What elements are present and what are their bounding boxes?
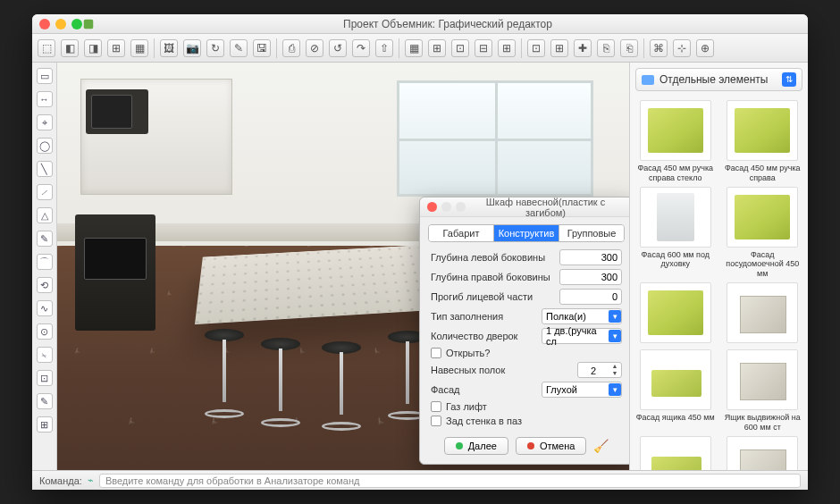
chevron-down-icon: ▾: [609, 383, 621, 396]
library-item[interactable]: Фасад 450 мм ручка справа стекло: [634, 100, 718, 183]
chevron-down-icon: ▾: [609, 330, 621, 342]
tool-button[interactable]: ⍀: [37, 347, 53, 363]
toolbar-button[interactable]: ▦: [130, 39, 148, 57]
library-grid: Фасад 450 мм ручка справа стеклоФасад 45…: [630, 97, 808, 470]
facade-select[interactable]: Глухой▾: [542, 382, 622, 398]
library-item[interactable]: [721, 282, 805, 346]
terminal-icon: ⌁: [88, 475, 94, 486]
minimize-icon[interactable]: [55, 19, 66, 29]
tool-button[interactable]: ⟲: [37, 277, 53, 293]
toolbar-button[interactable]: ⊡: [451, 39, 469, 57]
popup-zoom-icon: [456, 202, 466, 212]
toolbar-button[interactable]: ▦: [405, 39, 423, 57]
tool-button[interactable]: ✎: [37, 231, 53, 247]
library-thumbnail: [640, 349, 711, 410]
toolbar-button[interactable]: ⊕: [696, 39, 714, 57]
toolbar-button[interactable]: ◨: [84, 39, 102, 57]
tab-габарит[interactable]: Габарит: [429, 225, 493, 241]
toolbar-button[interactable]: ⊞: [550, 39, 568, 57]
toolbar-button[interactable]: ⇧: [375, 39, 393, 57]
command-input[interactable]: Введите команду для обработки в Анализат…: [99, 474, 801, 488]
library-item-label: Фасад 450 мм ручка справа: [721, 164, 805, 183]
library-item[interactable]: Фасад 450 мм ручка справа: [721, 100, 805, 183]
library-item[interactable]: Фасад посудомоечной 450 мм: [721, 187, 805, 279]
toolbar-button[interactable]: ⌘: [650, 39, 668, 57]
back-wall-checkbox[interactable]: [431, 416, 441, 426]
popup-close-icon[interactable]: [427, 202, 437, 212]
toolbar-button[interactable]: 📷: [183, 39, 201, 57]
tool-button[interactable]: ╲: [37, 161, 53, 177]
depth-left-input[interactable]: [559, 249, 622, 265]
toolbar-button[interactable]: ⊘: [306, 39, 323, 57]
close-icon[interactable]: [39, 19, 50, 29]
library-thumbnail: [640, 436, 711, 470]
cancel-button[interactable]: Отмена: [516, 437, 586, 455]
toolbar-button[interactable]: ⎘: [597, 39, 615, 57]
library-item[interactable]: [634, 282, 718, 346]
toolbar-button[interactable]: 🖫: [253, 39, 271, 57]
reset-icon[interactable]: 🧹: [593, 439, 609, 453]
bar-stool: [205, 329, 244, 418]
bend-input[interactable]: [559, 289, 622, 305]
tab-конструктив[interactable]: Конструктив: [493, 225, 559, 241]
tool-button[interactable]: △: [37, 207, 53, 223]
toolbar-button[interactable]: ⎗: [620, 39, 638, 57]
depth-right-input[interactable]: [559, 269, 622, 285]
tool-button[interactable]: ⌒: [37, 254, 53, 270]
bend-label: Прогиб лицевой части: [431, 291, 533, 302]
toolbar-button[interactable]: ↺: [329, 39, 347, 57]
library-item[interactable]: Фасад ящика 450 мм: [634, 349, 718, 433]
zoom-icon[interactable]: [71, 19, 82, 29]
library-item[interactable]: [634, 436, 718, 470]
tool-button[interactable]: ✎: [37, 393, 53, 409]
popup-tabs: Габарит Конструктив Групповые: [428, 224, 625, 242]
toolbar-button[interactable]: ✎: [230, 39, 248, 57]
library-item[interactable]: [721, 436, 805, 470]
gas-lift-checkbox[interactable]: [431, 401, 441, 412]
toolbar-button[interactable]: ✚: [574, 39, 592, 57]
ok-button[interactable]: Далее: [444, 437, 508, 455]
toolbar-button[interactable]: ⎙: [282, 39, 300, 57]
toolbar-button[interactable]: ↷: [352, 39, 370, 57]
chevron-down-icon: ▾: [609, 310, 621, 323]
tool-button[interactable]: ⊞: [37, 416, 53, 433]
bar-stool: [322, 341, 361, 431]
3d-viewport[interactable]: Чертеж '/Users/yuriy/Documents/Mebel/Про…: [57, 63, 629, 470]
tool-button[interactable]: ▭: [37, 68, 53, 84]
toolbar-button[interactable]: 🖼: [160, 39, 178, 57]
library-thumbnail: [727, 100, 798, 161]
depth-left-label: Глубина левой боковины: [431, 252, 545, 263]
toolbar-button[interactable]: ⊞: [428, 39, 446, 57]
library-header[interactable]: Отдельные элементы ⇅: [635, 68, 802, 91]
toolbar-button[interactable]: ↻: [206, 39, 224, 57]
toolbar-button[interactable]: ⊹: [673, 39, 691, 57]
tool-button[interactable]: ⊡: [37, 370, 53, 386]
library-item[interactable]: Фасад 600 мм под духовку: [634, 187, 718, 279]
tool-button[interactable]: ↔: [37, 91, 53, 107]
tool-button[interactable]: ◯: [37, 138, 53, 154]
fill-type-select[interactable]: Полка(и)▾: [542, 308, 622, 324]
open-checkbox[interactable]: [431, 348, 441, 358]
door-count-select[interactable]: 1 дв.(ручка сл▾: [542, 328, 622, 344]
tab-групповые[interactable]: Групповые: [559, 225, 624, 241]
oven: [75, 214, 155, 331]
tool-button[interactable]: ⌖: [37, 114, 53, 130]
tool-button[interactable]: ⟋: [37, 184, 53, 200]
toolbar-button[interactable]: ⊞: [107, 39, 125, 57]
toolbar-button[interactable]: ⊞: [498, 39, 516, 57]
tool-button[interactable]: ∿: [37, 300, 53, 316]
library-item[interactable]: Ящик выдвижной на 600 мм ст: [721, 349, 805, 433]
toolbar-button[interactable]: ◧: [61, 39, 79, 57]
bar-stool: [261, 338, 300, 427]
work-area: ▭↔⌖◯╲⟋△✎⌒⟲∿⊙⍀⊡✎⊞ Чертеж '/Users/yuriy/Do…: [32, 63, 808, 470]
toolbar-button[interactable]: ⊡: [527, 39, 545, 57]
back-wall-label: Зад стенка в паз: [446, 416, 522, 426]
shelves-stepper[interactable]: 2▲▼: [577, 362, 622, 378]
library-thumbnail: [727, 282, 798, 343]
toolbar-button[interactable]: ⬚: [38, 39, 55, 57]
green-dot-icon: [456, 442, 463, 449]
tool-button[interactable]: ⊙: [37, 323, 53, 340]
dropdown-toggle-icon[interactable]: ⇅: [782, 72, 796, 87]
popup-title-bar: Шкаф навесной(пластик с загибом): [420, 197, 629, 217]
toolbar-button[interactable]: ⊟: [475, 39, 492, 57]
